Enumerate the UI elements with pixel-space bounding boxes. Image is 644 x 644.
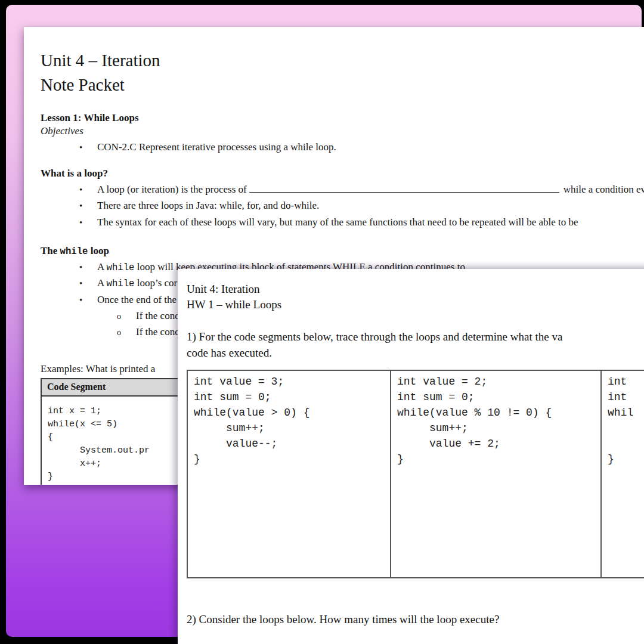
- while-heading-code: while: [60, 246, 88, 257]
- while-bullet-2-text: A while loop’s cor: [97, 277, 177, 290]
- hw-code-cell-3: int int whil }: [602, 371, 644, 577]
- while-bullet-3-text: Once the end of the: [97, 293, 177, 306]
- while-loop-heading: The while loop: [41, 244, 644, 258]
- while-heading-pre: The: [41, 245, 60, 256]
- hw-title: Unit 4: Iteration HW 1 – while Loops: [187, 281, 644, 312]
- question-1-line-1: 1) For the code segments below, trace th…: [187, 329, 644, 345]
- bullet-icon: •: [79, 200, 97, 212]
- loop-bullet-1-pre: A loop (or iteration) is the process of: [97, 184, 247, 195]
- while-bullet-1-code: while: [107, 262, 135, 273]
- homework-page: Unit 4: Iteration HW 1 – while Loops 1) …: [178, 269, 644, 644]
- page-title: Unit 4 – Iteration Note Packet: [41, 48, 644, 97]
- bullet-icon: •: [79, 184, 97, 196]
- objectives-label: Objectives: [41, 125, 644, 138]
- blank-line: [249, 192, 559, 193]
- bullet-icon: •: [79, 217, 97, 229]
- hw-code-2: int value = 2; int sum = 0; while(value …: [397, 374, 595, 467]
- title-line-1: Unit 4 – Iteration: [41, 48, 644, 73]
- hw-title-line-1: Unit 4: Iteration: [187, 281, 644, 297]
- lesson-heading: Lesson 1: While Loops: [41, 112, 644, 125]
- objective-bullet: • CON-2.C Represent iterative processes …: [41, 141, 644, 154]
- hw-code-3: int int whil }: [608, 374, 644, 467]
- while-bullet-2-code: while: [107, 278, 135, 289]
- bullet-icon: •: [79, 295, 97, 306]
- while-bullet-2-pre: A: [97, 277, 107, 289]
- what-is-loop-heading: What is a loop?: [41, 167, 644, 180]
- question-1-line-2: code has executed.: [187, 345, 644, 361]
- sub-bullet-icon: o: [117, 311, 136, 322]
- hw-code-table: int value = 3; int sum = 0; while(value …: [187, 370, 644, 578]
- bullet-icon: •: [79, 278, 97, 290]
- loop-bullet-1-text: A loop (or iteration) is the process ofw…: [97, 183, 644, 196]
- objective-text: CON-2.C Represent iterative processes us…: [97, 141, 336, 154]
- loop-bullet-2: • There are three loops in Java: while, …: [41, 199, 644, 212]
- while-bullet-1-pre: A: [97, 261, 107, 273]
- hw-title-line-2: HW 1 – while Loops: [187, 297, 644, 312]
- sub-bullet-icon: o: [117, 327, 136, 338]
- hw-code-cell-2: int value = 2; int sum = 0; while(value …: [391, 371, 602, 577]
- question-1: 1) For the code segments below, trace th…: [187, 329, 644, 361]
- loop-bullet-1: • A loop (or iteration) is the process o…: [41, 183, 644, 196]
- loop-bullet-3-text: The syntax for each of these loops will …: [97, 216, 578, 229]
- hw-code-1: int value = 3; int sum = 0; while(value …: [194, 374, 384, 467]
- question-2: 2) Consider the loops below. How many ti…: [187, 612, 644, 627]
- bullet-icon: •: [79, 142, 97, 154]
- title-line-2: Note Packet: [41, 73, 644, 97]
- loop-bullet-1-post: while a condition evaluates: [564, 184, 644, 195]
- loop-bullet-2-text: There are three loops in Java: while, fo…: [97, 199, 319, 212]
- loop-bullet-3: • The syntax for each of these loops wil…: [41, 216, 644, 229]
- while-heading-post: loop: [88, 245, 109, 256]
- while-bullet-2-post: loop’s cor: [134, 277, 177, 289]
- hw-code-cell-1: int value = 3; int sum = 0; while(value …: [188, 371, 391, 577]
- bullet-icon: •: [79, 262, 97, 274]
